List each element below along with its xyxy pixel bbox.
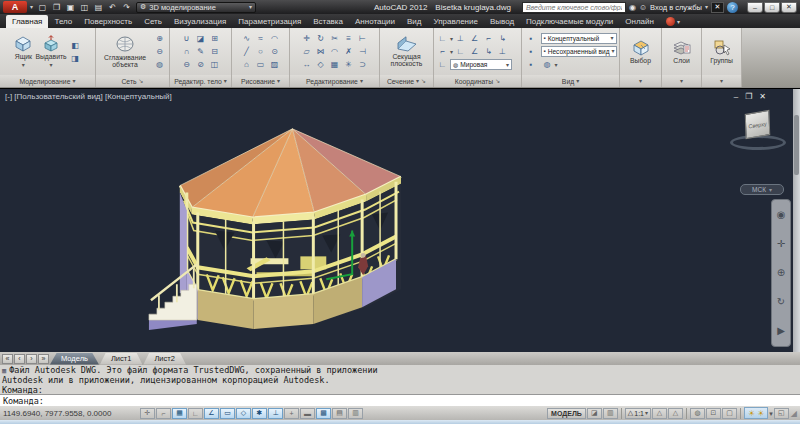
panel-label-selection[interactable]: ▾ <box>620 75 661 87</box>
arc-icon[interactable]: ◠ <box>268 33 281 45</box>
named-view-dropdown[interactable]: ▪ Несохраненный вид ▾ <box>541 46 617 57</box>
doc-minimize-icon[interactable]: – <box>734 92 738 101</box>
quick-properties-toggle[interactable]: ▤ <box>332 408 347 419</box>
ucs-dropdown[interactable]: ◍ Мировая ▾ <box>450 59 512 70</box>
tab-annotacii[interactable]: Аннотации <box>349 15 401 28</box>
prev-layout-button[interactable]: ‹ <box>14 354 25 364</box>
dynamic-input-toggle[interactable]: + <box>284 408 299 419</box>
union-icon[interactable]: ∪ <box>180 33 193 45</box>
search-input[interactable] <box>522 2 626 13</box>
close-button[interactable]: ✕ <box>781 2 797 13</box>
presspull-face-icon[interactable]: ⊟ <box>208 46 221 58</box>
separate-icon[interactable]: ⊘ <box>194 59 207 71</box>
break-icon[interactable]: ⊣ <box>356 46 369 58</box>
scale-icon[interactable]: ◇ <box>314 59 327 71</box>
isolate-objects-control[interactable]: ☀ ☀ <box>744 407 768 419</box>
pan-icon[interactable]: ✛ <box>777 239 785 249</box>
plot-icon[interactable]: ▤ <box>92 1 105 13</box>
panel-label-coordinates[interactable]: Координаты ↘ <box>434 75 521 87</box>
zoom-icon[interactable]: ⊕ <box>777 268 785 278</box>
ortho-toggle[interactable]: ∟ <box>188 408 203 419</box>
intersect-icon[interactable]: ∩ <box>180 46 193 58</box>
exchange-icon[interactable]: ✕ <box>711 2 724 13</box>
selection-button[interactable]: Выбор <box>630 39 651 64</box>
spline-icon[interactable]: ≈ <box>254 33 267 45</box>
annotation-autoscale-icon[interactable]: △ <box>668 408 683 419</box>
array-icon[interactable]: ▦ <box>328 59 341 71</box>
annotation-scale-control[interactable]: △ 1:1 ▾ <box>625 408 651 419</box>
view-motion-icon[interactable]: ▪ <box>525 59 538 71</box>
status-menu-icon[interactable]: ▾ <box>769 410 773 417</box>
transparency-toggle[interactable]: ▩ <box>316 408 331 419</box>
lineweight-toggle[interactable]: ▬ <box>300 408 315 419</box>
polysolid-icon[interactable]: ◧ <box>69 39 82 51</box>
panel-label-modeling[interactable]: Моделирование ▾ <box>0 75 95 87</box>
panel-label-solid-editing[interactable]: Редактир. тело ▾ <box>170 75 231 87</box>
extrude-face-icon[interactable]: ⊞ <box>208 33 221 45</box>
box-button[interactable]: Ящик ▾ <box>13 35 33 67</box>
showmotion-icon[interactable]: ▶ <box>777 326 785 336</box>
navigation-wheel-icon[interactable]: ◉ <box>777 210 786 220</box>
annotation-visibility-icon[interactable]: △ <box>652 408 667 419</box>
orbit-icon[interactable]: ↻ <box>777 297 785 307</box>
trim-icon[interactable]: ✂ <box>328 33 341 45</box>
command-history[interactable]: ▦ Файл Autodesk DWG. Это файл формата Tr… <box>0 365 800 397</box>
grid-toggle[interactable]: ▦ <box>172 408 187 419</box>
panel-label-draw[interactable]: Рисование ▾ <box>232 75 289 87</box>
selection-cycling-toggle[interactable]: ▥ <box>348 408 363 419</box>
groups-button[interactable]: Группы <box>710 39 733 64</box>
coordinates-readout[interactable]: 1149.6940, 7977.9558, 0.0000 <box>3 409 139 418</box>
undo-icon[interactable]: ↶ <box>106 1 119 13</box>
polar-toggle[interactable]: ∠ <box>204 408 219 419</box>
ucs-show-icon[interactable]: ∟ <box>436 59 449 71</box>
join-icon[interactable]: ⊃ <box>356 59 369 71</box>
tab-poverhnost[interactable]: Поверхность <box>78 15 138 28</box>
view-navigation-icon[interactable]: ▪ <box>525 33 538 45</box>
hardware-acceleration-icon[interactable]: ▢ <box>722 408 737 419</box>
osnap-toggle[interactable]: ▭ <box>220 408 235 419</box>
dynamic-ucs-toggle[interactable]: ⊥ <box>268 408 283 419</box>
tab-model[interactable]: Модель <box>50 353 99 365</box>
model-space-button[interactable]: МОДЕЛЬ <box>547 408 586 419</box>
signin-link[interactable]: Вход в службы <box>650 3 702 12</box>
tab-sheet2[interactable]: Лист2 <box>143 353 185 365</box>
viewport-scrollbar[interactable] <box>793 89 800 352</box>
tab-telo[interactable]: Тело <box>48 15 78 28</box>
presspull-icon[interactable]: ◨ <box>69 52 82 64</box>
doc-restore-icon[interactable]: ❐ <box>745 92 752 101</box>
layers-button[interactable]: Слои <box>672 39 692 64</box>
panel-label-modify[interactable]: Редактирование ▾ <box>290 75 379 87</box>
tab-set[interactable]: Сеть <box>138 15 168 28</box>
visual-style-dropdown[interactable]: ▪ Концептуальный ▾ <box>541 33 617 44</box>
view-camera-icon[interactable]: ▪ <box>525 46 538 58</box>
panel-label-section[interactable]: Сечение ▾ ↘ <box>380 75 433 87</box>
infer-constraints-toggle[interactable]: ⌐ <box>156 408 171 419</box>
imprint-icon[interactable]: ✎ <box>194 46 207 58</box>
tab-upravlenie[interactable]: Управление <box>427 15 483 28</box>
subtract-icon[interactable]: ⊖ <box>180 59 193 71</box>
logo-dropdown-icon[interactable]: ▾ <box>30 4 33 10</box>
viewcube-face[interactable]: Сверху <box>745 110 771 140</box>
panel-label-view[interactable]: Вид ▾ <box>522 75 619 87</box>
panel-label-mesh[interactable]: Сеть ↘ <box>96 75 169 87</box>
tab-parametrizaciya[interactable]: Параметризация <box>232 15 307 28</box>
first-layout-button[interactable]: « <box>2 354 13 364</box>
polygon-icon[interactable]: ⌂ <box>240 59 253 71</box>
panel-label-groups[interactable]: ▾ <box>702 75 741 87</box>
viewcube-compass-ring[interactable] <box>730 135 786 150</box>
ucs-face-icon[interactable]: ⌐ <box>482 33 495 45</box>
ucs-object-icon[interactable]: ↳ <box>496 33 509 45</box>
line-icon[interactable]: ╱ <box>240 46 253 58</box>
minimize-button[interactable]: – <box>747 2 763 13</box>
clean-screen-icon[interactable]: ◱ <box>774 408 789 419</box>
offset-icon[interactable]: ≡ <box>342 33 355 45</box>
signin-dropdown-icon[interactable]: ▾ <box>705 4 708 10</box>
tab-glavnaya[interactable]: Главная <box>6 15 48 28</box>
tab-vstavka[interactable]: Вставка <box>307 15 349 28</box>
polyline-icon[interactable]: ∿ <box>240 33 253 45</box>
toolbar-lock-icon[interactable]: ⊡ <box>706 408 721 419</box>
ucs-3point-icon[interactable]: ∠ <box>468 46 481 58</box>
tab-vyvod[interactable]: Вывод <box>484 15 520 28</box>
move-icon[interactable]: ✛ <box>300 33 313 45</box>
tab-vizualizaciya[interactable]: Визуализация <box>168 15 232 28</box>
